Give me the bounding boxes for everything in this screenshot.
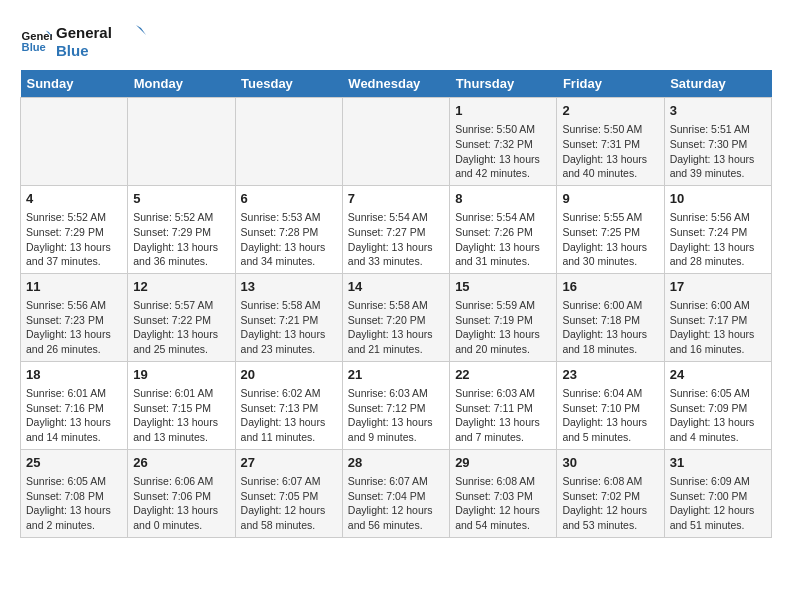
day-info: Sunrise: 5:56 AM Sunset: 7:23 PM Dayligh… xyxy=(26,298,122,357)
calendar-day-cell: 23Sunrise: 6:04 AM Sunset: 7:10 PM Dayli… xyxy=(557,361,664,449)
calendar-day-cell: 5Sunrise: 5:52 AM Sunset: 7:29 PM Daylig… xyxy=(128,185,235,273)
day-info: Sunrise: 5:58 AM Sunset: 7:21 PM Dayligh… xyxy=(241,298,337,357)
logo: General Blue General Blue xyxy=(20,20,146,60)
day-number: 20 xyxy=(241,366,337,384)
calendar-empty-cell xyxy=(342,98,449,186)
day-info: Sunrise: 6:08 AM Sunset: 7:03 PM Dayligh… xyxy=(455,474,551,533)
logo-text: General Blue xyxy=(56,20,146,60)
calendar-day-cell: 27Sunrise: 6:07 AM Sunset: 7:05 PM Dayli… xyxy=(235,449,342,537)
calendar-week-row: 18Sunrise: 6:01 AM Sunset: 7:16 PM Dayli… xyxy=(21,361,772,449)
column-header-friday: Friday xyxy=(557,70,664,98)
calendar-empty-cell xyxy=(21,98,128,186)
day-number: 16 xyxy=(562,278,658,296)
day-number: 5 xyxy=(133,190,229,208)
calendar-day-cell: 2Sunrise: 5:50 AM Sunset: 7:31 PM Daylig… xyxy=(557,98,664,186)
day-info: Sunrise: 5:51 AM Sunset: 7:30 PM Dayligh… xyxy=(670,122,766,181)
day-number: 27 xyxy=(241,454,337,472)
day-number: 31 xyxy=(670,454,766,472)
day-info: Sunrise: 6:09 AM Sunset: 7:00 PM Dayligh… xyxy=(670,474,766,533)
day-info: Sunrise: 6:04 AM Sunset: 7:10 PM Dayligh… xyxy=(562,386,658,445)
day-number: 29 xyxy=(455,454,551,472)
day-info: Sunrise: 6:07 AM Sunset: 7:05 PM Dayligh… xyxy=(241,474,337,533)
calendar-day-cell: 13Sunrise: 5:58 AM Sunset: 7:21 PM Dayli… xyxy=(235,273,342,361)
calendar-day-cell: 17Sunrise: 6:00 AM Sunset: 7:17 PM Dayli… xyxy=(664,273,771,361)
day-info: Sunrise: 6:00 AM Sunset: 7:18 PM Dayligh… xyxy=(562,298,658,357)
calendar-day-cell: 10Sunrise: 5:56 AM Sunset: 7:24 PM Dayli… xyxy=(664,185,771,273)
day-info: Sunrise: 5:58 AM Sunset: 7:20 PM Dayligh… xyxy=(348,298,444,357)
column-header-thursday: Thursday xyxy=(450,70,557,98)
day-info: Sunrise: 6:00 AM Sunset: 7:17 PM Dayligh… xyxy=(670,298,766,357)
calendar-week-row: 25Sunrise: 6:05 AM Sunset: 7:08 PM Dayli… xyxy=(21,449,772,537)
day-number: 11 xyxy=(26,278,122,296)
day-info: Sunrise: 6:07 AM Sunset: 7:04 PM Dayligh… xyxy=(348,474,444,533)
day-info: Sunrise: 6:05 AM Sunset: 7:08 PM Dayligh… xyxy=(26,474,122,533)
calendar-day-cell: 4Sunrise: 5:52 AM Sunset: 7:29 PM Daylig… xyxy=(21,185,128,273)
day-number: 18 xyxy=(26,366,122,384)
calendar-day-cell: 15Sunrise: 5:59 AM Sunset: 7:19 PM Dayli… xyxy=(450,273,557,361)
day-number: 4 xyxy=(26,190,122,208)
calendar-empty-cell xyxy=(128,98,235,186)
column-header-wednesday: Wednesday xyxy=(342,70,449,98)
day-info: Sunrise: 6:08 AM Sunset: 7:02 PM Dayligh… xyxy=(562,474,658,533)
calendar-day-cell: 1Sunrise: 5:50 AM Sunset: 7:32 PM Daylig… xyxy=(450,98,557,186)
day-number: 7 xyxy=(348,190,444,208)
day-info: Sunrise: 6:03 AM Sunset: 7:12 PM Dayligh… xyxy=(348,386,444,445)
calendar-day-cell: 21Sunrise: 6:03 AM Sunset: 7:12 PM Dayli… xyxy=(342,361,449,449)
calendar-day-cell: 8Sunrise: 5:54 AM Sunset: 7:26 PM Daylig… xyxy=(450,185,557,273)
calendar-day-cell: 30Sunrise: 6:08 AM Sunset: 7:02 PM Dayli… xyxy=(557,449,664,537)
day-info: Sunrise: 6:01 AM Sunset: 7:16 PM Dayligh… xyxy=(26,386,122,445)
calendar-empty-cell xyxy=(235,98,342,186)
column-header-monday: Monday xyxy=(128,70,235,98)
day-number: 15 xyxy=(455,278,551,296)
day-info: Sunrise: 5:59 AM Sunset: 7:19 PM Dayligh… xyxy=(455,298,551,357)
calendar-day-cell: 24Sunrise: 6:05 AM Sunset: 7:09 PM Dayli… xyxy=(664,361,771,449)
day-number: 8 xyxy=(455,190,551,208)
calendar-day-cell: 26Sunrise: 6:06 AM Sunset: 7:06 PM Dayli… xyxy=(128,449,235,537)
calendar-table: SundayMondayTuesdayWednesdayThursdayFrid… xyxy=(20,70,772,538)
day-number: 1 xyxy=(455,102,551,120)
day-info: Sunrise: 6:03 AM Sunset: 7:11 PM Dayligh… xyxy=(455,386,551,445)
day-number: 6 xyxy=(241,190,337,208)
day-number: 2 xyxy=(562,102,658,120)
day-info: Sunrise: 6:01 AM Sunset: 7:15 PM Dayligh… xyxy=(133,386,229,445)
calendar-week-row: 4Sunrise: 5:52 AM Sunset: 7:29 PM Daylig… xyxy=(21,185,772,273)
day-number: 9 xyxy=(562,190,658,208)
calendar-day-cell: 6Sunrise: 5:53 AM Sunset: 7:28 PM Daylig… xyxy=(235,185,342,273)
svg-text:Blue: Blue xyxy=(22,41,46,53)
column-header-tuesday: Tuesday xyxy=(235,70,342,98)
day-info: Sunrise: 5:52 AM Sunset: 7:29 PM Dayligh… xyxy=(133,210,229,269)
calendar-day-cell: 29Sunrise: 6:08 AM Sunset: 7:03 PM Dayli… xyxy=(450,449,557,537)
calendar-day-cell: 3Sunrise: 5:51 AM Sunset: 7:30 PM Daylig… xyxy=(664,98,771,186)
day-info: Sunrise: 5:54 AM Sunset: 7:27 PM Dayligh… xyxy=(348,210,444,269)
day-number: 25 xyxy=(26,454,122,472)
day-info: Sunrise: 5:53 AM Sunset: 7:28 PM Dayligh… xyxy=(241,210,337,269)
day-number: 17 xyxy=(670,278,766,296)
day-info: Sunrise: 5:55 AM Sunset: 7:25 PM Dayligh… xyxy=(562,210,658,269)
calendar-day-cell: 12Sunrise: 5:57 AM Sunset: 7:22 PM Dayli… xyxy=(128,273,235,361)
day-info: Sunrise: 6:06 AM Sunset: 7:06 PM Dayligh… xyxy=(133,474,229,533)
calendar-day-cell: 20Sunrise: 6:02 AM Sunset: 7:13 PM Dayli… xyxy=(235,361,342,449)
day-info: Sunrise: 6:02 AM Sunset: 7:13 PM Dayligh… xyxy=(241,386,337,445)
day-number: 24 xyxy=(670,366,766,384)
day-number: 14 xyxy=(348,278,444,296)
day-number: 21 xyxy=(348,366,444,384)
calendar-week-row: 1Sunrise: 5:50 AM Sunset: 7:32 PM Daylig… xyxy=(21,98,772,186)
day-number: 13 xyxy=(241,278,337,296)
day-number: 30 xyxy=(562,454,658,472)
svg-text:General: General xyxy=(56,24,112,41)
day-number: 3 xyxy=(670,102,766,120)
day-info: Sunrise: 5:52 AM Sunset: 7:29 PM Dayligh… xyxy=(26,210,122,269)
day-number: 28 xyxy=(348,454,444,472)
day-number: 10 xyxy=(670,190,766,208)
day-number: 26 xyxy=(133,454,229,472)
day-info: Sunrise: 5:57 AM Sunset: 7:22 PM Dayligh… xyxy=(133,298,229,357)
calendar-day-cell: 7Sunrise: 5:54 AM Sunset: 7:27 PM Daylig… xyxy=(342,185,449,273)
calendar-week-row: 11Sunrise: 5:56 AM Sunset: 7:23 PM Dayli… xyxy=(21,273,772,361)
day-info: Sunrise: 6:05 AM Sunset: 7:09 PM Dayligh… xyxy=(670,386,766,445)
calendar-header-row: SundayMondayTuesdayWednesdayThursdayFrid… xyxy=(21,70,772,98)
logo-icon: General Blue xyxy=(20,24,52,56)
column-header-sunday: Sunday xyxy=(21,70,128,98)
svg-text:Blue: Blue xyxy=(56,42,89,59)
column-header-saturday: Saturday xyxy=(664,70,771,98)
calendar-day-cell: 14Sunrise: 5:58 AM Sunset: 7:20 PM Dayli… xyxy=(342,273,449,361)
